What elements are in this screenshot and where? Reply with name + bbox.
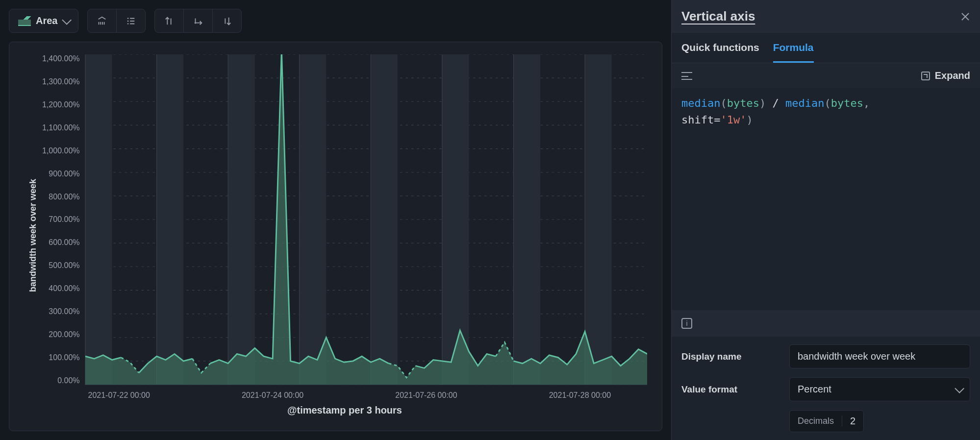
decimals-value: 2: [842, 416, 855, 427]
svg-rect-25: [442, 54, 469, 385]
chart-type-label: Area: [36, 15, 57, 26]
tab-quick-functions[interactable]: Quick functions: [681, 42, 759, 63]
legend-button[interactable]: [116, 9, 145, 32]
display-name-input[interactable]: [789, 344, 970, 368]
svg-rect-29: [585, 54, 612, 385]
display-name-label: Display name: [681, 351, 779, 362]
bottom-axis-button[interactable]: [183, 9, 212, 32]
svg-rect-23: [371, 54, 398, 385]
value-format-select[interactable]: Percent: [789, 377, 970, 401]
chart-type-selector[interactable]: Area: [9, 9, 78, 32]
decimals-input[interactable]: Decimals 2: [789, 410, 864, 432]
svg-rect-19: [228, 54, 255, 385]
close-icon[interactable]: [960, 12, 970, 22]
svg-rect-27: [513, 54, 540, 385]
expand-button[interactable]: Expand: [921, 70, 970, 81]
x-axis-label: @timestamp per 3 hours: [42, 405, 647, 416]
decimals-label: Decimals: [798, 416, 834, 426]
swap-vert-icon: [164, 16, 175, 26]
x-axis-ticks: 2021-07-22 00:002021-07-24 00:002021-07-…: [42, 385, 647, 396]
left-axis-button[interactable]: [155, 9, 183, 32]
word-wrap-icon[interactable]: [681, 72, 692, 80]
svg-rect-15: [85, 54, 112, 385]
sort-icon: [222, 16, 232, 26]
expand-label: Expand: [935, 70, 970, 81]
formula-editor[interactable]: median(bytes) / median(bytes, shift='1w'…: [672, 88, 980, 310]
chart-card: bandwidth week over week 1,400.00%1,300.…: [9, 42, 662, 431]
value-format-value: Percent: [798, 384, 831, 395]
reference-icon[interactable]: i: [681, 318, 692, 329]
brush-icon: [97, 16, 107, 26]
y-axis-label: bandwidth week over week: [24, 54, 42, 416]
panel-tabs: Quick functions Formula: [672, 33, 980, 63]
tab-formula[interactable]: Formula: [773, 42, 814, 63]
chevron-down-icon: [955, 383, 964, 393]
value-format-label: Value format: [681, 384, 779, 395]
reference-bar: i: [672, 310, 980, 337]
config-panel: Vertical axis Quick functions Formula Ex…: [671, 0, 980, 440]
brush-button[interactable]: [88, 9, 116, 32]
chart-plot-area[interactable]: [85, 54, 647, 385]
chevron-down-icon: [62, 15, 72, 24]
svg-rect-21: [299, 54, 326, 385]
expand-icon: [921, 72, 930, 80]
swap-horiz-icon: [193, 16, 203, 26]
right-axis-button[interactable]: [212, 9, 241, 32]
svg-rect-17: [156, 54, 183, 385]
chart-toolbar: Area: [9, 9, 662, 33]
panel-title: Vertical axis: [681, 9, 755, 24]
y-axis-ticks: 1,400.00%1,300.00%1,200.00%1,100.00%1,00…: [42, 54, 85, 385]
legend-icon: [126, 16, 136, 26]
area-chart-icon: [18, 16, 31, 26]
